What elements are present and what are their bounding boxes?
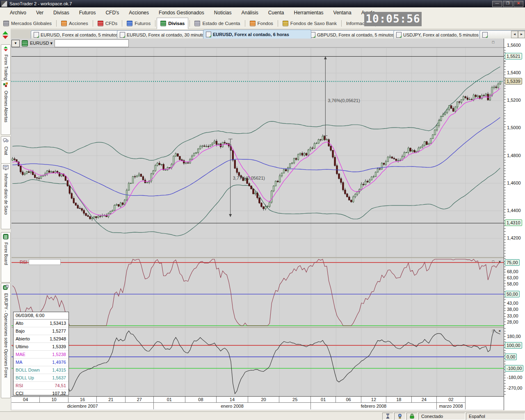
menu-ventana[interactable]: Ventana [329,8,356,17]
tooltip-row-mae: MAE1,5238 [14,351,68,358]
candle-body [404,153,405,156]
window-title: SaxoTrader 2 - workspace.ok.7 [9,1,72,6]
close-rsi-panel-button[interactable]: × [497,260,502,265]
candle-body [422,145,423,147]
maximize-rsi-panel-button[interactable]: □ [491,260,496,265]
candle-body [436,126,438,130]
main-toolbar: Mercados GlobalesAccionesCFDsFuturosDivi… [0,18,525,29]
candle-body [28,171,30,172]
tab-scroll-right-button[interactable]: ► [518,31,525,38]
candle-body [50,171,52,172]
candle-body [134,176,135,177]
axis-tick-label: 58,00 [507,281,518,286]
axis-day-label: 14 [217,397,248,403]
candle-body [330,146,331,150]
candle-body [261,203,262,207]
minimize-button[interactable]: — [492,1,502,7]
sidebar-item-forex-board[interactable]: Forex Board [1,232,11,283]
candle-body [399,160,401,160]
sidebar-item-informe-diario-de-saxo[interactable]: Informe diario de Saxo [1,163,11,229]
menu-cuenta[interactable]: Cuenta [263,8,289,17]
menu-noticias[interactable]: Noticias [209,8,237,17]
chart-tab-gbpusd-forex-al-contado-5-minutos[interactable]: GBPUSD, Forex al contado, 5 minutos [307,30,397,39]
tooltip-row-ma: MA1,4976 [14,358,68,366]
axis-month-label: diciembre 2007 [11,403,154,409]
candle-body [312,148,313,148]
axis-tick-label: 63,00 [507,275,518,280]
axis-tick-label: 1,5600 [507,43,521,48]
axis-tick-strip [504,328,506,396]
chart-doc-icon [120,32,125,38]
candle-body [136,176,137,177]
instrument-selector[interactable]: EURUSD ▾ [30,41,52,46]
toolbar-fondos-de-saxo-bank[interactable]: Fondos de Saxo Bank [279,18,340,29]
menu-acciones[interactable]: Acciones [124,8,154,17]
candle-body [355,194,356,197]
close-button[interactable]: ✕ [514,1,523,7]
candle-body [122,203,123,205]
menu-archivo[interactable]: Archivo [5,8,31,17]
candle-body [432,135,434,138]
tooltip-row-boll-down: BOLL Down1,4315 [14,366,68,374]
chart-tab-eurusd-forex-al-contado-30-minutos[interactable]: EURUSD, Forex al contado, 30 minutos [117,30,207,39]
rsi-indicator-chart[interactable] [11,258,504,326]
sidebar-item-eurjpy-operaciones-sobre-opciones-forex[interactable]: EURJPY - Operaciones sobre Opciones Fore… [1,283,11,398]
status-bar: ConectadoEspañol [0,411,525,420]
sidebar-item-ordenes-abiertas[interactable]: Ordenes Abiertas [1,80,11,135]
menu-fondos-gestionados[interactable]: Fondos Gestionados [154,8,209,17]
percent-change-annotation: 3,76%(0,05621) [323,57,360,136]
candle-body [473,95,474,100]
candle-body [463,96,464,99]
candle-body [381,163,382,169]
chart-tab-eurusd-forex-al-contado-5-minutos[interactable]: EURUSD, Forex al contado, 5 minutos [31,30,121,39]
candle-body [22,172,23,175]
candle-body [489,95,491,100]
main-price-chart[interactable]: 3,76%(0,05621)3,77%(0,05621) [11,47,504,258]
toolbar-mercados-globales[interactable]: Mercados Globales [0,18,55,29]
tab-scroll-left-button[interactable]: ◄ [511,31,518,38]
menu-divisas[interactable]: Divisas [48,8,74,17]
restore-button[interactable]: ❐ [503,1,513,7]
toolbar-futuros[interactable]: Futuros [123,18,154,29]
candle-body [102,216,103,217]
candle-body [310,148,311,150]
chart-tab-eurusd-forex-al-contado-6-horas[interactable]: EURUSD, Forex al contado, 6 horas [203,30,311,39]
rsi-parameter-box[interactable] [29,259,61,265]
menu-herramientas[interactable]: Herramientas [289,8,329,17]
axis-price-marker: 75,00 [505,259,520,266]
close-cci-panel-button[interactable]: × [497,329,502,334]
svg-text:3,77%(0,05621): 3,77%(0,05621) [233,176,265,180]
menu-an-lisis[interactable]: Análisis [236,8,263,17]
menu-futuros[interactable]: Futuros [74,8,101,17]
candle-body [138,174,139,176]
chart-dropdown-button[interactable]: ▼ [11,40,20,47]
mae-line [13,88,500,216]
menu-cfd-s[interactable]: CFD's [100,8,124,17]
candle-body [226,143,227,144]
candle-body [291,163,292,164]
sidebar-item-chat[interactable]: Chat [1,136,11,164]
candle-body [34,175,36,178]
axis-day-label: 12 [361,397,386,403]
candle-body [418,148,419,151]
toolbar-cfds[interactable]: CFDs [94,18,121,29]
price-axis: 1,56001,54001,52001,50001,48001,46001,44… [504,39,525,410]
candle-body [304,153,305,155]
toolbar-fondos[interactable]: Fondos [247,18,276,29]
maximize-main-panel-button[interactable]: □ [491,40,496,45]
chart-window: ▼ EURUSD ▾ 3,76%(0,05621)3,77%(0,05621) … [11,39,525,410]
cci-indicator-chart[interactable] [11,328,504,396]
instrument-search-input[interactable] [55,39,129,47]
toolbar-acciones[interactable]: Acciones [58,18,91,29]
candle-body [367,181,368,182]
chart-doc-icon [34,32,39,38]
toolbar-divisas[interactable]: Divisas [157,18,188,29]
candle-body [273,186,274,191]
chart-tab-usdjpy-forex-al-contado-5-minutos[interactable]: USDJPY, Forex al contado, 5 minutos [393,30,484,39]
candle-body [320,139,321,140]
maximize-cci-panel-button[interactable]: □ [491,329,496,334]
candle-body [40,176,41,178]
menu-ver[interactable]: Ver [31,8,48,17]
axis-price-marker: -100,00 [505,365,523,372]
toolbar-estado-de-cuenta[interactable]: Estado de Cuenta [191,18,243,29]
